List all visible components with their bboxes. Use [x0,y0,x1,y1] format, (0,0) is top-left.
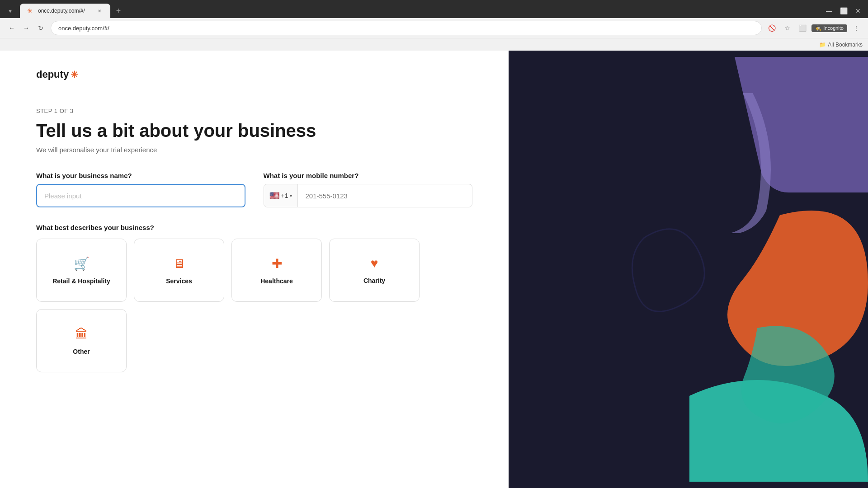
services-label: Services [166,277,192,285]
tab-favicon: ✳ [27,7,34,14]
maximize-button[interactable]: ⬜ [837,5,850,17]
other-label: Other [73,348,90,355]
minimize-button[interactable]: — [823,5,835,17]
tab-close-button[interactable]: ✕ [96,7,103,14]
browser-chrome: ▾ ✳ once.deputy.com/#/ ✕ + — ⬜ ✕ ← → ↻ o… [0,0,868,51]
phone-dropdown-icon: ▾ [290,193,292,198]
flag-emoji: 🇺🇸 [269,191,279,201]
incognito-label: Incognito [823,25,844,31]
services-icon: 🖥 [173,256,185,271]
charity-label: Charity [363,277,385,284]
mobile-number-group: What is your mobile number? 🇺🇸 +1 ▾ [264,172,473,207]
bookmarks-icon: 📁 [819,42,826,48]
business-type-section: What best describes your business? 🛒 Ret… [36,224,472,372]
phone-number-input[interactable] [298,184,472,207]
forward-button[interactable]: → [20,22,33,34]
window-controls: — ⬜ ✕ [823,5,864,17]
bookmarks-label: All Bookmarks [828,42,863,48]
business-card-charity[interactable]: ♥ Charity [329,239,420,302]
url-text: once.deputy.com/#/ [58,25,109,32]
reload-button[interactable]: ↻ [34,22,47,34]
eye-slash-icon[interactable]: 🚫 [765,22,778,34]
tab-list-button[interactable]: ▾ [4,5,16,17]
healthcare-icon: ✚ [272,256,282,271]
business-card-retail[interactable]: 🛒 Retail & Hospitality [36,239,127,302]
address-bar-actions: 🚫 ☆ ⬜ 🕵 Incognito ⋮ [765,22,863,34]
business-card-other[interactable]: 🏛 Other [36,309,127,372]
phone-country-code: +1 [281,192,288,199]
tab-title: once.deputy.com/#/ [38,8,92,14]
decorative-svg [509,51,868,488]
logo-star: ✳ [71,69,78,80]
address-bar[interactable]: once.deputy.com/#/ [51,21,762,35]
incognito-icon: 🕵 [815,25,821,31]
tab-bar: ▾ ✳ once.deputy.com/#/ ✕ + — ⬜ ✕ [0,0,868,18]
retail-icon: 🛒 [74,256,90,271]
bookmark-icon[interactable]: ☆ [781,22,793,34]
logo: deputy✳ [36,69,472,80]
close-button[interactable]: ✕ [852,5,864,17]
decorative-panel [509,51,868,488]
page-subtitle: We will personalise your trial experienc… [36,146,472,154]
retail-label: Retail & Hospitality [52,277,110,285]
logo-text: deputy [36,69,69,80]
charity-icon: ♥ [371,256,378,271]
healthcare-label: Healthcare [260,277,293,285]
business-name-input[interactable] [36,184,245,207]
page-title: Tell us a bit about your business [36,120,472,141]
business-type-label: What best describes your business? [36,224,472,231]
business-card-healthcare[interactable]: ✚ Healthcare [231,239,322,302]
business-cards-row1: 🛒 Retail & Hospitality 🖥 Services ✚ Heal… [36,239,472,302]
profile-icon[interactable]: ⬜ [796,22,809,34]
business-name-group: What is your business name? [36,172,245,207]
nav-buttons: ← → ↻ [5,22,47,34]
page-content: deputy✳ STEP 1 OF 3 Tell us a bit about … [0,51,868,488]
main-area: deputy✳ STEP 1 OF 3 Tell us a bit about … [0,51,509,488]
step-label: STEP 1 OF 3 [36,108,472,114]
menu-button[interactable]: ⋮ [850,22,863,34]
phone-country-selector[interactable]: 🇺🇸 +1 ▾ [264,184,298,207]
business-name-label: What is your business name? [36,172,245,179]
phone-input-wrapper: 🇺🇸 +1 ▾ [264,184,473,207]
all-bookmarks-link[interactable]: 📁 All Bookmarks [819,42,863,48]
other-icon: 🏛 [75,327,88,342]
mobile-label: What is your mobile number? [264,172,473,179]
active-tab[interactable]: ✳ once.deputy.com/#/ ✕ [20,4,110,18]
incognito-badge: 🕵 Incognito [811,24,847,32]
form-row: What is your business name? What is your… [36,172,472,207]
bookmarks-bar: 📁 All Bookmarks [0,38,868,51]
address-bar-row: ← → ↻ once.deputy.com/#/ 🚫 ☆ ⬜ 🕵 Incogni… [0,18,868,38]
business-card-services[interactable]: 🖥 Services [134,239,224,302]
business-cards-row2: 🏛 Other [36,309,472,372]
tab-navigation: ▾ [4,5,16,17]
new-tab-button[interactable]: + [112,5,125,17]
back-button[interactable]: ← [5,22,18,34]
